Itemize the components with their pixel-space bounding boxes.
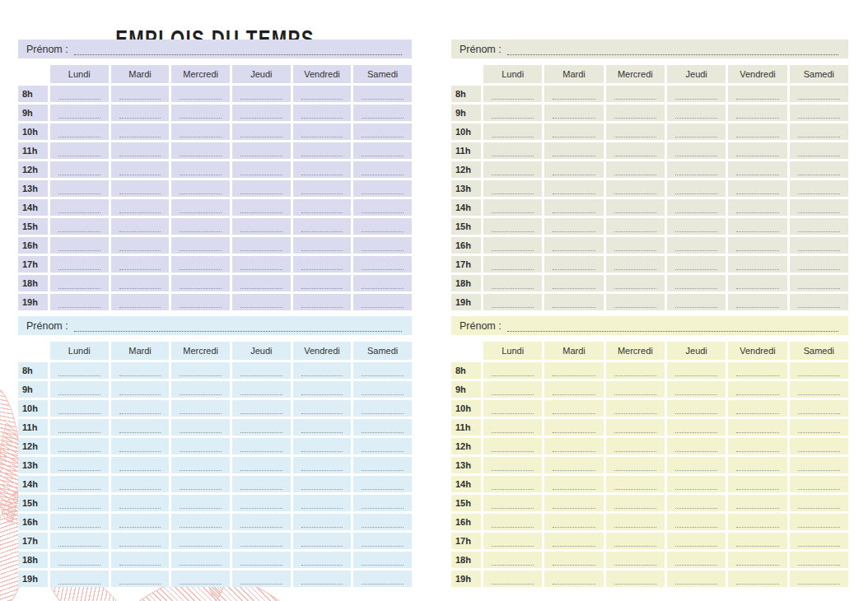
slot-cell xyxy=(483,161,542,178)
dotted-line xyxy=(301,441,343,452)
slot-cell xyxy=(728,180,786,197)
dotted-line xyxy=(240,108,282,119)
slot-cell xyxy=(606,419,665,436)
time-label: 16h xyxy=(18,237,48,254)
dotted-line xyxy=(119,240,161,251)
slot-cell xyxy=(171,419,230,436)
dotted-line xyxy=(553,146,595,156)
dotted-line xyxy=(58,297,100,308)
dotted-line xyxy=(736,441,778,452)
dotted-line xyxy=(798,403,840,414)
dotted-line xyxy=(240,203,282,213)
time-label: 9h xyxy=(451,105,481,121)
timetable-bottom-right: Prénom :LundiMardiMercrediJeudiVendrediS… xyxy=(451,316,848,587)
dotted-line xyxy=(58,422,100,433)
dotted-line xyxy=(119,366,161,376)
dotted-line xyxy=(301,536,343,547)
slot-cell xyxy=(50,294,109,310)
slot-cell xyxy=(50,123,109,140)
dotted-line xyxy=(736,366,778,376)
slot-cell xyxy=(353,533,412,549)
day-header: Vendredi xyxy=(293,342,352,360)
dotted-line xyxy=(736,278,778,289)
day-header: Mercredi xyxy=(171,342,230,360)
time-label: 11h xyxy=(451,419,481,436)
slot-cell xyxy=(544,105,603,121)
day-header: Mercredi xyxy=(171,65,230,83)
dotted-line xyxy=(119,517,161,528)
slot-cell xyxy=(111,571,170,587)
slot-cell xyxy=(728,438,786,454)
time-label: 9h xyxy=(451,381,481,398)
slot-cell xyxy=(293,457,352,473)
dotted-line xyxy=(798,422,840,433)
slot-cell xyxy=(790,419,848,436)
day-header: Mardi xyxy=(111,342,170,360)
time-label: 14h xyxy=(18,199,48,216)
prenom-dotted-line xyxy=(74,319,402,332)
prenom-label: Prénom : xyxy=(460,44,502,55)
slot-cell xyxy=(50,105,109,121)
slot-cell xyxy=(111,533,170,549)
dotted-line xyxy=(736,165,778,175)
slot-cell xyxy=(293,199,352,216)
slot-cell xyxy=(728,571,786,587)
dotted-line xyxy=(58,555,100,566)
dotted-line xyxy=(119,574,161,585)
slot-cell xyxy=(606,514,665,530)
slot-cell xyxy=(483,419,542,436)
time-label: 16h xyxy=(451,237,481,254)
slot-cell xyxy=(606,571,665,587)
slot-cell xyxy=(171,514,230,530)
dotted-line xyxy=(240,221,282,232)
time-label: 18h xyxy=(18,275,48,291)
slot-cell xyxy=(232,275,291,291)
time-label: 9h xyxy=(18,105,48,121)
time-label: 8h xyxy=(18,86,48,102)
slot-cell xyxy=(544,123,603,140)
dotted-line xyxy=(58,146,100,156)
dotted-line xyxy=(614,366,656,376)
slot-cell xyxy=(171,381,230,398)
slot-cell xyxy=(790,362,848,379)
slot-cell xyxy=(353,199,412,216)
day-header: Mardi xyxy=(544,342,603,360)
day-header: Samedi xyxy=(790,342,848,360)
dotted-line xyxy=(553,517,595,528)
dotted-line xyxy=(553,441,595,452)
dotted-line xyxy=(736,184,778,194)
dotted-line xyxy=(301,384,343,395)
dotted-line xyxy=(301,366,343,376)
slot-cell xyxy=(171,476,230,492)
dotted-line xyxy=(301,403,343,414)
dotted-line xyxy=(301,574,343,585)
slot-cell xyxy=(728,256,786,273)
dotted-line xyxy=(301,203,343,213)
slot-cell xyxy=(790,571,848,587)
slot-cell xyxy=(728,161,786,178)
dotted-line xyxy=(362,422,404,433)
dotted-line xyxy=(362,574,404,585)
slot-cell xyxy=(171,362,230,379)
timetable-grid: LundiMardiMercrediJeudiVendrediSamedi8h9… xyxy=(18,65,412,310)
dotted-line xyxy=(736,127,778,137)
slot-cell xyxy=(353,400,412,417)
dotted-line xyxy=(58,460,100,471)
slot-cell xyxy=(483,362,542,379)
time-label: 10h xyxy=(451,400,481,417)
slot-cell xyxy=(293,256,352,273)
dotted-line xyxy=(675,221,717,232)
dotted-line xyxy=(798,297,840,308)
dotted-line xyxy=(492,555,534,566)
dotted-line xyxy=(736,498,778,509)
slot-cell xyxy=(353,218,412,235)
dotted-line xyxy=(614,203,656,213)
dotted-line xyxy=(58,165,100,175)
time-label: 8h xyxy=(451,86,481,102)
dotted-line xyxy=(362,297,404,308)
slot-cell xyxy=(790,105,848,121)
day-header: Samedi xyxy=(790,65,848,83)
dotted-line xyxy=(362,221,404,232)
dotted-line xyxy=(798,574,840,585)
day-header: Samedi xyxy=(353,65,412,83)
